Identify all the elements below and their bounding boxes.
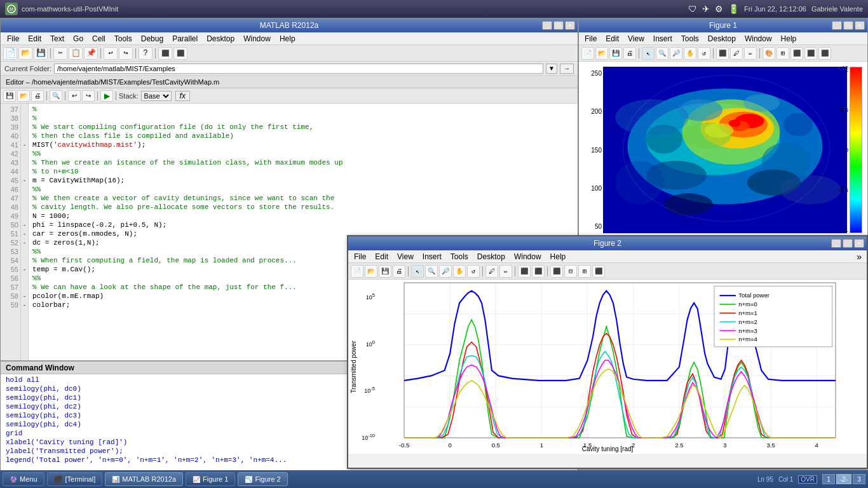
- fig1-menu-insert[interactable]: Insert: [650, 33, 675, 44]
- matlab-close-btn[interactable]: ×: [565, 21, 575, 30]
- menu-file[interactable]: File: [3, 33, 23, 44]
- fig1-tb-more3[interactable]: ✏: [744, 47, 757, 60]
- fig2-menu-expand[interactable]: »: [854, 250, 864, 263]
- tb-save[interactable]: 💾: [34, 47, 48, 60]
- matlab-maximize-btn[interactable]: □: [553, 21, 564, 30]
- menu-window[interactable]: Window: [240, 33, 275, 44]
- menu-parallel[interactable]: Parallel: [168, 33, 201, 44]
- fig1-tb-color[interactable]: 🎨: [763, 47, 775, 60]
- fig1-menu-edit[interactable]: Edit: [602, 33, 622, 44]
- tb-more1[interactable]: ⬛: [158, 47, 172, 60]
- fig1-tb-more6[interactable]: ⬛: [818, 47, 831, 60]
- menu-text[interactable]: Text: [46, 33, 68, 44]
- fig2-tb-zoom-in[interactable]: 🔍: [425, 265, 438, 278]
- fig2-menu-desktop[interactable]: Desktop: [474, 251, 508, 262]
- fig1-tb-open[interactable]: 📂: [595, 47, 608, 60]
- fig1-tb-cursor[interactable]: ↖: [642, 47, 654, 60]
- fig2-menu-tools[interactable]: Tools: [447, 251, 471, 262]
- taskbar-matlab-btn[interactable]: 📊 MATLAB R2012a: [105, 472, 183, 486]
- fig2-menu-edit[interactable]: Edit: [372, 251, 391, 262]
- fig1-tb-print[interactable]: 🖨: [623, 47, 636, 60]
- fig1-maximize-btn[interactable]: □: [843, 21, 853, 30]
- menu-go[interactable]: Go: [69, 33, 87, 44]
- fig1-tb-more1[interactable]: ⬛: [716, 47, 729, 60]
- fig2-menu-insert[interactable]: Insert: [419, 251, 445, 262]
- fig2-tb-print[interactable]: 🖨: [393, 265, 405, 278]
- ed-tb-run[interactable]: ▶: [100, 90, 113, 102]
- fig2-tb-zoom-out[interactable]: 🔎: [439, 265, 452, 278]
- tb-more2[interactable]: ⬛: [173, 47, 187, 60]
- fig2-tb-save[interactable]: 💾: [379, 265, 391, 278]
- fig2-tb-layout4[interactable]: ⬛: [592, 265, 605, 278]
- taskbar-menu-btn[interactable]: 🔮 Menu: [3, 472, 44, 486]
- menu-cell[interactable]: Cell: [88, 33, 109, 44]
- fig1-tb-rotate[interactable]: ↺: [698, 47, 710, 60]
- fig1-tb-more5[interactable]: ⬛: [804, 47, 817, 60]
- fig2-menu-help[interactable]: Help: [547, 251, 569, 262]
- fig1-close-btn[interactable]: ×: [855, 21, 865, 30]
- taskbar-figure1-btn[interactable]: 📈 Figure 1: [186, 472, 235, 486]
- tb-paste[interactable]: 📌: [84, 47, 98, 60]
- fig1-tb-zoom-out[interactable]: 🔎: [670, 47, 682, 60]
- ed-tb-redo[interactable]: ↪: [82, 90, 95, 102]
- menu-tools[interactable]: Tools: [111, 33, 136, 44]
- ed-tb-print[interactable]: 🖨: [31, 90, 44, 102]
- fig1-tb-save[interactable]: 💾: [609, 47, 622, 60]
- page-2-btn[interactable]: -2-: [836, 474, 851, 484]
- taskbar-figure2-btn[interactable]: 📉 Figure 2: [238, 472, 287, 486]
- fig2-menu-view[interactable]: View: [394, 251, 417, 262]
- fig2-tb-rotate[interactable]: ↺: [467, 265, 480, 278]
- fig1-menu-tools[interactable]: Tools: [678, 33, 702, 44]
- tb-redo[interactable]: ↪: [119, 47, 133, 60]
- fig2-tb-layout1[interactable]: ⬛: [550, 265, 563, 278]
- ed-tb-save[interactable]: 💾: [3, 90, 16, 102]
- folder-browse-btn[interactable]: ▼: [546, 64, 557, 74]
- menu-desktop[interactable]: Desktop: [203, 33, 238, 44]
- fig2-tb-edit1[interactable]: 🖊: [485, 265, 498, 278]
- ed-tb-open[interactable]: 📂: [17, 90, 30, 102]
- fig2-tb-pan[interactable]: ✋: [453, 265, 466, 278]
- page-3-btn[interactable]: 3: [853, 474, 865, 484]
- tb-help[interactable]: ?: [139, 47, 153, 60]
- fig2-close-btn[interactable]: ×: [854, 239, 864, 248]
- tb-copy[interactable]: 📋: [69, 47, 83, 60]
- page-1-btn[interactable]: 1: [822, 474, 835, 484]
- fx-button[interactable]: fx: [175, 91, 190, 101]
- fig2-tb-edit2[interactable]: ✏: [499, 265, 512, 278]
- tb-undo[interactable]: ↩: [104, 47, 118, 60]
- fig1-tb-more2[interactable]: 🖊: [730, 47, 743, 60]
- fig1-menu-view[interactable]: View: [625, 33, 648, 44]
- menu-help[interactable]: Help: [276, 33, 299, 44]
- ed-tb-undo[interactable]: ↩: [68, 90, 81, 102]
- tb-cut[interactable]: ✂: [53, 47, 67, 60]
- fig2-menu-window[interactable]: Window: [511, 251, 545, 262]
- fig2-tb-layout2[interactable]: ⊟: [564, 265, 577, 278]
- fig2-tb-new[interactable]: 📄: [351, 265, 363, 278]
- matlab-minimize-btn[interactable]: _: [542, 21, 552, 30]
- fig2-tb-layout3[interactable]: ⊞: [578, 265, 591, 278]
- fig1-menu-window[interactable]: Window: [742, 33, 775, 44]
- fig2-tb-export[interactable]: ⬛: [518, 265, 531, 278]
- fig1-minimize-btn[interactable]: _: [832, 21, 842, 30]
- fig2-tb-cursor[interactable]: ↖: [411, 265, 424, 278]
- folder-nav-btn[interactable]: →: [560, 64, 574, 74]
- fig2-menu-file[interactable]: File: [351, 251, 369, 262]
- menu-edit[interactable]: Edit: [24, 33, 45, 44]
- fig1-menu-desktop[interactable]: Desktop: [705, 33, 739, 44]
- ed-tb-find[interactable]: 🔍: [50, 90, 62, 102]
- fig1-tb-pan[interactable]: ✋: [684, 47, 696, 60]
- fig1-menu-help[interactable]: Help: [778, 33, 800, 44]
- fig1-tb-grid[interactable]: ⊞: [776, 47, 789, 60]
- fig2-tb-open[interactable]: 📂: [365, 265, 377, 278]
- fig1-tb-new[interactable]: 📄: [581, 47, 594, 60]
- tb-open[interactable]: 📂: [18, 47, 32, 60]
- taskbar-terminal-btn[interactable]: ⬛ [Terminal]: [47, 472, 103, 486]
- stack-select[interactable]: Base: [141, 91, 172, 101]
- menu-debug[interactable]: Debug: [137, 33, 167, 44]
- fig2-tb-import[interactable]: ⬛: [532, 265, 545, 278]
- fig1-tb-zoom-in[interactable]: 🔍: [656, 47, 668, 60]
- folder-path-input[interactable]: [54, 64, 543, 74]
- fig1-tb-more4[interactable]: ⬛: [790, 47, 803, 60]
- fig2-maximize-btn[interactable]: □: [843, 239, 853, 248]
- fig1-menu-file[interactable]: File: [581, 33, 600, 44]
